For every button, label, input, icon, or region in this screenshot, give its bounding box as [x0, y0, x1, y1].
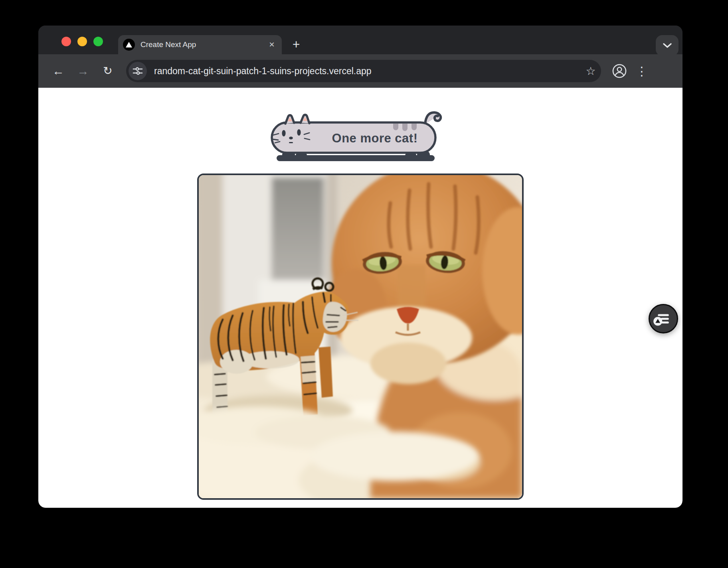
tab-close-icon[interactable]: ✕	[265, 38, 279, 51]
forward-button[interactable]: →	[72, 60, 94, 82]
minimize-window-button[interactable]	[77, 37, 87, 46]
one-more-cat-button[interactable]: One more cat!	[270, 108, 451, 162]
bookmark-star-icon[interactable]: ☆	[580, 65, 601, 78]
vercel-toolbar-icon	[650, 304, 677, 333]
browser-menu-button[interactable]: ⋮	[634, 64, 650, 78]
back-button[interactable]: ←	[47, 60, 69, 82]
tab-title: Create Next App	[140, 40, 265, 49]
browser-tab[interactable]: Create Next App ✕	[118, 35, 282, 54]
account-circle-icon	[612, 63, 627, 79]
url-text[interactable]: random-cat-git-suin-patch-1-suins-projec…	[154, 66, 580, 77]
cat-photo	[197, 174, 524, 500]
tab-search-button[interactable]	[656, 35, 679, 56]
window-controls	[61, 37, 103, 46]
tab-strip: Create Next App ✕ +	[38, 26, 682, 54]
zoom-window-button[interactable]	[93, 37, 103, 46]
site-info-button[interactable]	[129, 62, 147, 80]
vercel-favicon-icon	[123, 39, 135, 51]
cat-button-label: One more cat!	[332, 131, 418, 145]
chevron-down-icon	[662, 42, 673, 49]
address-bar[interactable]: random-cat-git-suin-patch-1-suins-projec…	[126, 60, 601, 82]
browser-toolbar: ← → ↻ random-cat-git-suin-patch-1-suins-…	[38, 54, 682, 88]
browser-window: Create Next App ✕ + ← → ↻	[38, 26, 682, 508]
profile-button[interactable]	[611, 62, 628, 80]
close-window-button[interactable]	[61, 37, 71, 46]
reload-button[interactable]: ↻	[97, 60, 119, 82]
page-content: One more cat!	[38, 88, 682, 508]
new-tab-button[interactable]: +	[287, 37, 305, 53]
vercel-toolbar-button[interactable]	[649, 304, 678, 333]
tune-sliders-icon	[133, 66, 143, 76]
